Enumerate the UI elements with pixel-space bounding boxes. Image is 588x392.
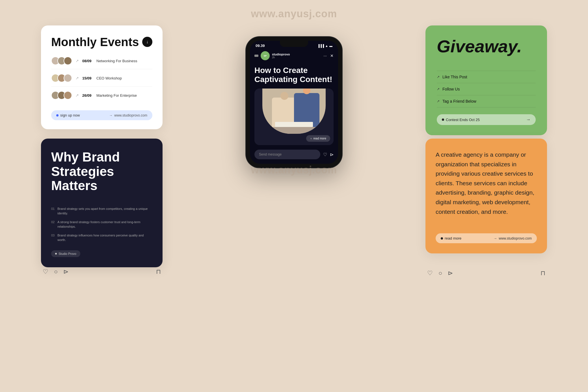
readmore-bar[interactable]: read more → www.studioprovo.com: [436, 233, 537, 243]
contest-label: Contest Ends Oct 25: [446, 118, 480, 122]
message-icons: ♡ ⊳: [323, 152, 334, 157]
signup-bar[interactable]: sign up now → www.studioprovo.com: [51, 110, 152, 120]
event-name: CEO Workshop: [96, 76, 122, 80]
post-user-info: studioprovo 2h: [272, 53, 321, 59]
brand-strategies-card: Why Brand Strategies Matters 01 Brand st…: [41, 139, 163, 267]
brand-bullet-item: 01 Brand strategy sets you apart from co…: [51, 206, 152, 216]
dot-icon: [442, 119, 444, 121]
status-time: 09.39: [256, 44, 265, 48]
event-list: ↗ 08/09 Networking For Business ↗ 15/09 …: [51, 57, 152, 104]
arrow-icon: ↗: [75, 76, 79, 80]
dot-icon: [441, 237, 443, 240]
brand-title: Why Brand Strategies Matters: [51, 150, 152, 193]
post-header-icons: ··· ✕: [323, 53, 334, 58]
avatar: [64, 91, 72, 100]
circle-icon: ○: [310, 137, 312, 140]
logo-icon: [254, 55, 258, 57]
brand-bullets: 01 Brand strategy sets you apart from co…: [51, 206, 152, 242]
contest-arrow-icon: →: [526, 117, 531, 122]
contest-bar[interactable]: Contest Ends Oct 25 →: [437, 114, 536, 125]
giveaway-item: ↗ Tag a Friend Below: [437, 95, 536, 107]
bullet-number: 03: [51, 234, 55, 237]
event-item: ↗ 15/09 CEO Workshop: [51, 74, 152, 87]
event-item: ↗ 26/09 Marketing For Enterprise: [51, 91, 152, 104]
comment-icon[interactable]: ○: [54, 268, 58, 275]
bookmark-icon[interactable]: ⊓: [541, 270, 545, 277]
event-avatars: [51, 91, 72, 100]
monthly-events-header: Monthly Events ↓: [51, 36, 152, 49]
giveaway-item-label: Follow Us: [442, 87, 460, 91]
giveaway-item: ↗ Follow Us: [437, 83, 536, 95]
signup-left: sign up now: [56, 113, 80, 117]
brand-bullet-item: 03 Brand strategy influences how consume…: [51, 233, 152, 242]
status-icons: ▐▐▐ ▲ ▬: [317, 44, 332, 48]
bookmark-icon[interactable]: ⊓: [156, 268, 161, 275]
desk: [262, 127, 326, 134]
share-icon[interactable]: ⊳: [63, 268, 68, 275]
social-icons: ♡ ○ ⊳ ⊓: [425, 270, 547, 277]
read-more-button[interactable]: ○ read more: [306, 135, 330, 142]
arrow-icon: ↗: [75, 59, 79, 63]
bullet-number: 02: [51, 220, 55, 224]
share-icon[interactable]: ⊳: [448, 270, 453, 277]
arrow-icon: ↗: [75, 93, 79, 98]
send-icon[interactable]: ⊳: [330, 152, 334, 157]
post-header: SP studioprovo 2h ··· ✕: [250, 49, 338, 63]
social-icons: ♡ ○ ⊳ ⊓: [41, 268, 163, 275]
brand-social-row: ♡ ○ ⊳ ⊓: [41, 263, 163, 275]
readmore-right: → www.studioprovo.com: [494, 236, 532, 240]
monthly-events-title: Monthly Events: [51, 36, 139, 49]
message-bar: Send message ♡ ⊳: [250, 147, 338, 164]
heart-icon[interactable]: ♡: [43, 268, 48, 275]
table-model: [275, 122, 313, 127]
more-icon[interactable]: ···: [323, 53, 327, 58]
download-icon: ↓: [146, 39, 148, 44]
agency-social-row: ♡ ○ ⊳ ⊓: [425, 264, 547, 277]
post-headline: How to Create Captivating Content!: [254, 66, 334, 84]
battery-icon: ▬: [329, 44, 332, 48]
readmore-left: read more: [441, 236, 461, 240]
event-item: ↗ 08/09 Networking For Business: [51, 57, 152, 69]
post-username: studioprovo: [272, 53, 321, 56]
bullet-text: Brand strategy influences how consumers …: [57, 233, 152, 242]
comment-icon[interactable]: ○: [438, 270, 442, 277]
heart-icon[interactable]: ♡: [427, 270, 433, 277]
social-left-icons: ♡ ○ ⊳: [43, 268, 68, 275]
post-photo: ○ read more: [254, 89, 334, 145]
event-name: Networking For Business: [96, 59, 137, 63]
dot-icon: [56, 114, 59, 117]
download-button[interactable]: ↓: [142, 37, 152, 47]
wifi-icon: ▲: [325, 44, 328, 48]
creative-agency-card: A creative agency is a company or organi…: [425, 139, 547, 253]
phone-mockup: 09.39 ▐▐▐ ▲ ▬ SP studioprovo 2h: [246, 37, 342, 168]
brand-tag-label: Studio Provo: [59, 252, 76, 255]
message-input[interactable]: Send message: [254, 150, 320, 159]
bullet-text: A strong brand strategy fosters customer…: [57, 220, 152, 229]
heart-icon[interactable]: ♡: [323, 152, 327, 157]
phone-notch: [280, 41, 308, 47]
watermark-middle: www.anyusj.com: [251, 164, 337, 176]
person2-head: [303, 89, 310, 94]
arrow-icon: ↗: [437, 87, 440, 91]
readmore-label: read more: [445, 236, 461, 240]
phone-screen: 09.39 ▐▐▐ ▲ ▬ SP studioprovo 2h: [250, 41, 338, 164]
event-avatars: [51, 74, 72, 82]
social-left-icons: ♡ ○ ⊳: [427, 270, 453, 277]
contest-left: Contest Ends Oct 25: [442, 118, 480, 122]
giveaway-title: Giveaway.: [437, 37, 536, 56]
signup-url: www.studioprovo.com: [114, 113, 147, 117]
giveaway-item-label: Tag a Friend Below: [442, 99, 476, 104]
bullet-text: Brand strategy sets you apart from compe…: [57, 206, 152, 216]
phone-outer: 09.39 ▐▐▐ ▲ ▬ SP studioprovo 2h: [246, 37, 342, 168]
event-date: 26/09: [82, 93, 93, 98]
arrow-right-icon: →: [109, 113, 113, 117]
avatar: [64, 74, 72, 82]
event-date: 08/09: [82, 59, 93, 63]
post-time: 2h: [272, 56, 321, 59]
giveaway-list: ↗ Like This Post ↗ Follow Us ↗ Tag a Fri…: [437, 71, 536, 107]
giveaway-item: ↗ Like This Post: [437, 71, 536, 83]
monthly-events-card: Monthly Events ↓ ↗ 08/09 Networking For …: [41, 25, 163, 129]
signal-icon: ▐▐▐: [317, 44, 324, 48]
close-icon[interactable]: ✕: [330, 53, 334, 58]
arrow-icon: ↗: [437, 99, 440, 103]
